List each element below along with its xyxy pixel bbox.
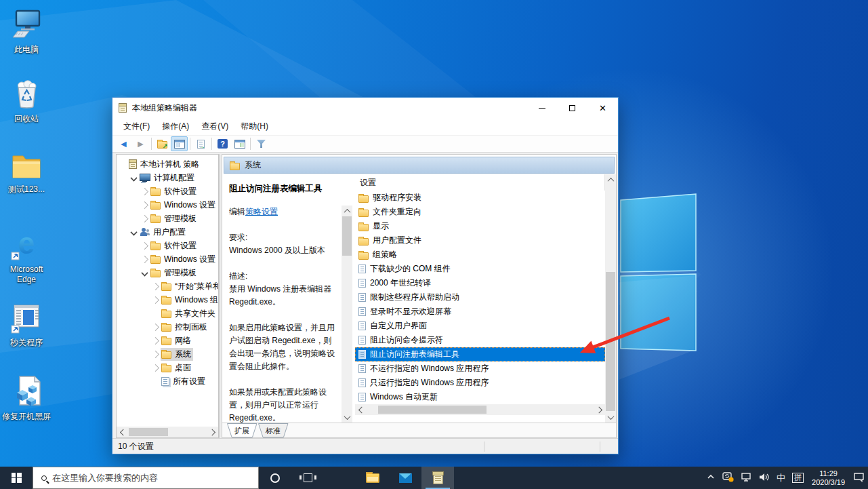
settings-item[interactable]: 不运行指定的 Windows 应用程序: [355, 361, 605, 376]
menu-item-file[interactable]: 文件(F): [118, 118, 155, 135]
tree-item[interactable]: 桌面: [117, 361, 218, 374]
settings-item[interactable]: 阻止访问命令提示符: [355, 333, 605, 347]
desktop-icon-test-folder[interactable]: 测试123...: [1, 152, 51, 195]
expander-icon[interactable]: [141, 269, 148, 276]
tab-extended[interactable]: 扩展: [228, 424, 257, 437]
expander-icon[interactable]: [141, 215, 148, 222]
expander-icon[interactable]: [152, 351, 159, 358]
settings-item[interactable]: 限制这些程序从帮助启动: [355, 290, 605, 305]
tree-horizontal-scrollbar[interactable]: [117, 427, 218, 437]
settings-column-header[interactable]: 设置: [355, 174, 605, 191]
scroll-down-button[interactable]: [342, 412, 352, 423]
close-button[interactable]: ✕: [587, 98, 618, 118]
expander-icon[interactable]: [152, 296, 159, 304]
list-horizontal-scrollbar[interactable]: [355, 404, 605, 415]
tree-item[interactable]: 管理模板: [117, 212, 218, 225]
start-button[interactable]: [0, 467, 33, 489]
settings-item[interactable]: 显示: [355, 219, 605, 233]
expander-icon[interactable]: [141, 188, 148, 195]
search-input[interactable]: [52, 473, 222, 483]
expander-icon[interactable]: [152, 283, 159, 290]
taskbar-gpedit-button[interactable]: [421, 467, 454, 489]
taskbar-search[interactable]: [33, 467, 259, 489]
taskbar-mail-button[interactable]: [389, 467, 421, 489]
tray-hidden-icons-chevron-button[interactable]: [703, 467, 719, 489]
expander-icon[interactable]: [141, 201, 148, 209]
taskbar-clock[interactable]: 11:292020/3/19: [807, 467, 850, 489]
tree-item[interactable]: 共享文件夹: [117, 307, 218, 320]
title-bar[interactable]: 本地组策略编辑器 ✕: [112, 98, 618, 118]
tree-item[interactable]: 网络: [117, 334, 218, 347]
scroll-left-button[interactable]: [355, 404, 366, 415]
settings-item[interactable]: 文件夹重定向: [355, 205, 605, 219]
tab-standard[interactable]: 标准: [259, 424, 289, 437]
scroll-down-button[interactable]: [605, 412, 616, 423]
settings-item[interactable]: 阻止访问注册表编辑工具: [355, 347, 605, 361]
settings-item[interactable]: 组策略: [355, 248, 605, 262]
scrollbar-thumb[interactable]: [129, 428, 168, 436]
toolbar-help-button[interactable]: ?: [214, 136, 231, 151]
tree-item[interactable]: Windows 设置: [117, 198, 218, 212]
tray-network-button[interactable]: [737, 467, 755, 489]
taskbar-cortana-button[interactable]: [259, 467, 291, 489]
expander-icon[interactable]: [141, 256, 148, 263]
settings-item[interactable]: 自定义用户界面: [355, 319, 605, 333]
expander-icon[interactable]: [130, 229, 137, 235]
expander-icon[interactable]: [152, 337, 159, 345]
tray-volume-button[interactable]: [755, 467, 773, 489]
tray-sync-button[interactable]: [719, 467, 737, 489]
scroll-up-button[interactable]: [605, 174, 616, 185]
tree-item[interactable]: Windows 组件: [117, 293, 218, 307]
desktop-icon-fix-black-screen[interactable]: 修复开机黑屏: [1, 375, 51, 422]
desktop-icon-recycle-bin[interactable]: 回收站: [1, 77, 51, 124]
minimize-button[interactable]: [526, 98, 557, 118]
tree-item[interactable]: 计算机配置: [117, 171, 218, 184]
desktop-icon-this-pc[interactable]: 此电脑: [1, 9, 51, 55]
scrollbar-thumb[interactable]: [606, 272, 615, 411]
desktop-icon-quick-close-app[interactable]: 秒关程序: [1, 302, 51, 348]
toolbar-show-action-pane-button[interactable]: [231, 136, 248, 151]
tree-item[interactable]: 控制面板: [117, 320, 218, 334]
list-vertical-scrollbar[interactable]: [605, 174, 616, 423]
toolbar-up-folder-button[interactable]: ↗: [154, 136, 171, 151]
desktop-icon-edge[interactable]: eMicrosoft Edge: [1, 228, 51, 285]
settings-item[interactable]: Windows 自动更新: [355, 390, 605, 404]
settings-item[interactable]: 用户配置文件: [355, 233, 605, 248]
expander-icon[interactable]: [130, 174, 137, 181]
description-scrollbar[interactable]: [342, 206, 352, 423]
tree-item[interactable]: 管理模板: [117, 266, 218, 279]
expander-icon[interactable]: [152, 324, 159, 331]
tree-item[interactable]: 用户配置: [117, 225, 218, 239]
tree-item[interactable]: 系统: [117, 347, 218, 361]
taskbar-file-explorer-button[interactable]: [356, 467, 389, 489]
settings-item[interactable]: 驱动程序安装: [355, 191, 605, 205]
tree-item[interactable]: 软件设置: [117, 184, 218, 198]
scroll-right-button[interactable]: [594, 404, 605, 415]
settings-item[interactable]: 登录时不显示欢迎屏幕: [355, 305, 605, 319]
menu-item-help[interactable]: 帮助(H): [235, 118, 274, 135]
menu-item-action[interactable]: 操作(A): [157, 118, 194, 135]
tree-item[interactable]: “开始”菜单和任务栏: [117, 279, 218, 293]
menu-item-view[interactable]: 查看(V): [196, 118, 234, 135]
tray-ime-button[interactable]: 中: [773, 467, 789, 489]
maximize-button[interactable]: [557, 98, 587, 118]
pane-splitter[interactable]: [220, 154, 220, 438]
expander-icon[interactable]: [152, 364, 159, 372]
policy-settings-link[interactable]: 策略设置: [245, 207, 278, 216]
tree-item[interactable]: 所有设置: [117, 374, 218, 388]
tree-item[interactable]: 本地计算机 策略: [117, 157, 218, 171]
scroll-up-button[interactable]: [342, 206, 352, 216]
taskbar-task-view-button[interactable]: [291, 467, 324, 489]
settings-item[interactable]: 只运行指定的 Windows 应用程序: [355, 376, 605, 390]
scroll-right-button[interactable]: [207, 427, 218, 437]
toolbar-back-arrow-button[interactable]: ◄: [115, 136, 132, 151]
toolbar-filter-button[interactable]: [253, 136, 270, 151]
scroll-left-button[interactable]: [117, 427, 127, 437]
tray-action-center-button[interactable]: [850, 467, 868, 489]
scrollbar-thumb[interactable]: [378, 406, 487, 414]
tree-item[interactable]: 软件设置: [117, 239, 218, 252]
toolbar-forward-arrow-button[interactable]: ►: [132, 136, 149, 151]
tree-item[interactable]: Windows 设置: [117, 252, 218, 266]
toolbar-show-console-tree-button[interactable]: [171, 136, 188, 151]
settings-item[interactable]: 下载缺少的 COM 组件: [355, 262, 605, 276]
